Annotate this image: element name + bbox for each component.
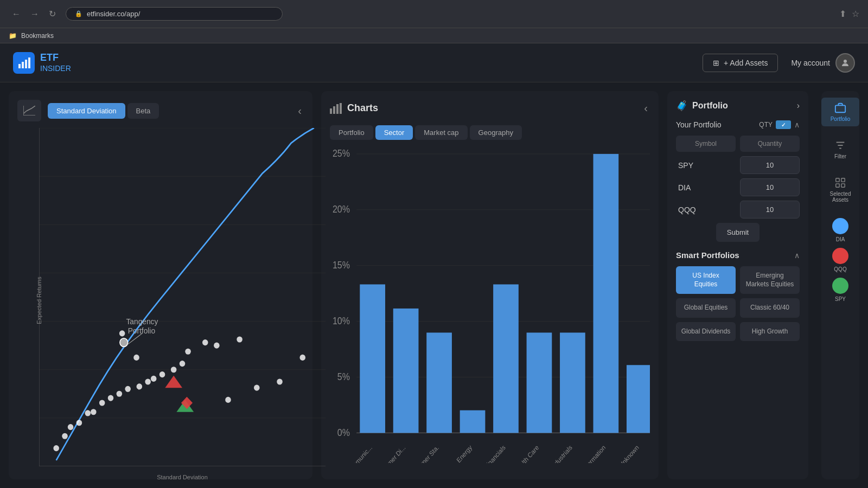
your-portfolio-row: Your Portfolio QTY ✓ ∧ (676, 120, 800, 129)
add-assets-button[interactable]: ⊞ + Add Assets (703, 54, 778, 72)
svg-text:5%: 5% (337, 371, 350, 382)
portfolio-tab[interactable]: Portfolio (330, 125, 373, 140)
spy-dot-label: SPY (835, 296, 846, 302)
forward-button[interactable]: → (27, 8, 42, 20)
svg-rect-77 (360, 284, 385, 433)
browser-actions: ⬆ ☆ (839, 9, 859, 19)
svg-point-4 (844, 60, 847, 63)
smart-portfolios-collapse-button[interactable]: ∧ (794, 251, 800, 260)
share-icon[interactable]: ⬆ (839, 9, 846, 19)
us-index-equities-button[interactable]: US Index Equities (676, 266, 736, 294)
svg-rect-84 (593, 154, 619, 433)
svg-point-40 (151, 376, 157, 382)
charts-panel: Charts ‹ Portfolio Sector Market cap Geo… (321, 91, 659, 479)
qqq-dot-label: QQQ (834, 266, 846, 272)
svg-point-43 (180, 361, 186, 367)
portfolio-arrow-icon[interactable]: › (797, 101, 800, 111)
geography-tab[interactable]: Geography (470, 125, 522, 140)
charts-header: Charts ‹ (330, 100, 650, 117)
address-bar[interactable]: 🔒 etfinsider.co/app/ (66, 7, 283, 21)
logo-insider: INSIDER (40, 64, 71, 73)
top-nav: ETF INSIDER ⊞ + Add Assets My account (0, 43, 868, 82)
svg-point-33 (91, 409, 97, 415)
svg-point-50 (254, 385, 260, 391)
std-dev-tab[interactable]: Standard Deviation (48, 103, 125, 119)
y-axis-label: Expected Returns (36, 277, 42, 324)
qqq-dot (832, 248, 848, 264)
svg-point-35 (108, 395, 114, 401)
svg-rect-99 (836, 178, 839, 182)
bar-chart-icon (330, 103, 342, 114)
qqq-symbol: QQQ (676, 206, 736, 214)
portfolio-header: 🧳 Portfolio › (676, 100, 800, 112)
portfolio-row-qqq: QQQ (676, 201, 800, 219)
bookmarks-bar: 📁 Bookmarks (0, 28, 868, 43)
back-button[interactable]: ← (9, 8, 24, 20)
submit-button[interactable]: Submit (716, 223, 760, 242)
spy-dot (832, 278, 848, 294)
scatter-area: 0% 10% 20% 30% 40% 50% 60% 70% 0% 5% 10%… (39, 128, 326, 466)
svg-rect-82 (527, 332, 552, 433)
reload-button[interactable]: ↻ (46, 8, 59, 20)
sidebar-item-filter[interactable]: Filter (821, 135, 859, 164)
portfolio-table-header: Symbol Quantity (676, 136, 800, 152)
sidebar-item-portfolio[interactable]: Portfolio (821, 98, 859, 126)
chart-tabs: Portfolio Sector Market cap Geography (330, 125, 650, 140)
scatter-panel: Standard Deviation Beta ‹ (9, 91, 312, 479)
dia-symbol: DIA (676, 183, 736, 192)
svg-text:Health Care: Health Care (513, 444, 540, 463)
svg-point-38 (137, 383, 143, 389)
svg-point-47 (237, 336, 242, 342)
dia-quantity-input[interactable] (740, 178, 800, 196)
portfolio-row-spy: SPY (676, 156, 800, 174)
global-dividends-button[interactable]: Global Dividends (676, 322, 736, 342)
global-equities-button[interactable]: Global Equities (676, 298, 736, 318)
svg-point-36 (117, 391, 123, 397)
svg-point-54 (120, 338, 128, 347)
svg-rect-101 (836, 184, 839, 187)
svg-point-46 (214, 343, 220, 349)
high-growth-button[interactable]: High Growth (740, 322, 800, 342)
charts-close-button[interactable]: ‹ (642, 100, 650, 117)
right-panel: 🧳 Portfolio › Your Portfolio QTY ✓ ∧ (667, 91, 808, 479)
scatter-svg: 0% 10% 20% 30% 40% 50% 60% 70% 0% 5% 10%… (39, 128, 326, 466)
svg-rect-61 (330, 108, 332, 114)
nav-right: ⊞ + Add Assets My account (703, 53, 855, 73)
symbol-header: Symbol (676, 136, 736, 152)
spy-quantity-input[interactable] (740, 156, 800, 174)
filter-sidebar-label: Filter (834, 153, 846, 159)
svg-text:Financials: Financials (483, 444, 507, 463)
scatter-panel-header: Standard Deviation Beta ‹ (17, 100, 304, 121)
scatter-close-button[interactable]: ‹ (296, 102, 304, 119)
logo: ETF INSIDER (13, 52, 71, 74)
svg-text:20%: 20% (333, 204, 350, 215)
browser-nav-buttons: ← → ↻ (9, 8, 59, 20)
logo-icon (13, 52, 35, 74)
bookmark-icon[interactable]: ☆ (852, 9, 859, 19)
emerging-markets-button[interactable]: Emerging Markets Equities (740, 266, 800, 294)
svg-text:Portfolio: Portfolio (128, 326, 156, 335)
svg-point-34 (99, 400, 105, 406)
sidebar-icons: Portfolio Filter Selected Assets (821, 91, 859, 479)
svg-point-32 (85, 410, 91, 416)
svg-text:Tangency: Tangency (126, 317, 159, 326)
portfolio-collapse-button[interactable]: ∧ (794, 120, 800, 129)
qqq-quantity-input[interactable] (740, 201, 800, 219)
svg-text:15%: 15% (333, 260, 350, 271)
svg-text:Consumer Di...: Consumer Di... (374, 444, 407, 463)
portfolio-title-area: 🧳 Portfolio (676, 100, 728, 112)
svg-point-39 (145, 378, 151, 384)
svg-rect-64 (340, 103, 342, 114)
sector-tab[interactable]: Sector (375, 125, 413, 140)
svg-rect-83 (560, 332, 585, 433)
svg-text:Consumer Sta.: Consumer Sta. (407, 444, 440, 463)
sidebar-item-selected-assets[interactable]: Selected Assets (821, 172, 859, 207)
classic-60-40-button[interactable]: Classic 60/40 (740, 298, 800, 318)
svg-text:10%: 10% (333, 316, 350, 326)
market-cap-tab[interactable]: Market cap (415, 125, 467, 140)
dia-dot (832, 218, 848, 234)
svg-rect-63 (336, 104, 339, 114)
beta-tab[interactable]: Beta (127, 103, 159, 119)
my-account[interactable]: My account (791, 53, 855, 73)
svg-point-45 (185, 349, 191, 355)
